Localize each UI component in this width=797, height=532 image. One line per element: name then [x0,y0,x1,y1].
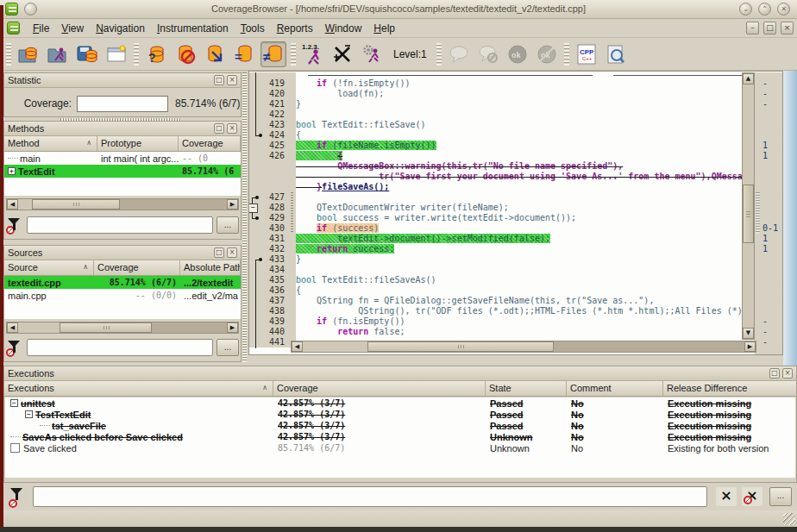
toolbar-grip[interactable] [134,43,139,66]
scrollbar-track[interactable] [120,199,227,210]
scrollbar-thumb[interactable] [367,341,553,352]
close-icon[interactable]: × [227,123,237,134]
column-header-absolute-path[interactable]: Absolute Path [180,260,241,275]
code-line[interactable]: 421} [249,99,742,110]
menu-item-tools[interactable]: Tools [235,21,271,36]
methods-filter-input[interactable] [27,216,213,234]
execution-checkbox[interactable] [10,443,20,453]
open-database-button[interactable] [16,41,41,67]
code-line[interactable]: }fileSaveAs(); [249,182,742,192]
sources-filter-more-button[interactable]: ... [217,339,239,356]
validate-button[interactable]: ok [505,41,530,67]
mdi-child-icon[interactable] [7,22,20,34]
open-execution-button[interactable] [45,41,71,67]
mdi-close-button[interactable]: × [781,22,794,34]
scroll-right-icon[interactable]: ▶ [744,341,756,352]
float-icon[interactable]: □ [214,247,224,258]
toolbar-grip[interactable] [291,43,296,66]
toolbar-grip[interactable] [436,43,442,66]
editor-hscrollbar[interactable]: ◀ ▶ [291,341,756,353]
execution-settings-button[interactable] [359,41,385,67]
clear-filter-button[interactable]: × [716,487,737,506]
menu-item-reports[interactable]: Reports [271,21,319,36]
executions-header[interactable]: Executions □ × [4,366,796,381]
execution-row[interactable]: tst_saveFile42.857% (3/7)PassedNoExecuti… [5,420,795,431]
invalidate-button[interactable]: ok [534,41,560,67]
scroll-left-icon[interactable]: ◀ [292,341,303,352]
database-not-equal-button[interactable]: ≠ [260,41,286,67]
sources-hscrollbar[interactable]: ◀ ▶ [6,322,239,334]
expander-icon[interactable]: + [8,167,16,175]
menu-item-navigation[interactable]: Navigation [90,21,151,36]
code-line[interactable]: 436{ [249,285,742,296]
shade-button[interactable]: ⌄ [739,3,752,16]
code-line[interactable]: 422 [249,110,742,120]
column-header-method[interactable]: Method∧ [4,136,97,151]
executions-column-header[interactable]: Executions∧CoverageStateCommentRelease D… [4,381,796,397]
table-row[interactable]: +TextEdit85.714% (6 [4,165,241,178]
column-header-coverage[interactable]: Coverage [94,260,180,275]
save-database-button[interactable] [74,41,100,67]
menu-item-view[interactable]: View [55,21,90,36]
execution-row[interactable]: SaveAs clicked before Save clicked42.857… [5,431,795,442]
code-line[interactable]: 419 if (!fn.isEmpty()) [249,78,742,89]
editor-vscrollbar[interactable]: ▲ ▼ [742,72,755,340]
menu-item-instrumentation[interactable]: Instrumentation [151,21,235,36]
code-line[interactable]: 423bool TextEdit::fileSave() [249,120,742,130]
database-compare-button[interactable] [202,41,228,67]
code-line[interactable]: 425 if (fileName.isEmpty()) [249,141,742,151]
code-line[interactable] [249,72,742,78]
code-line[interactable]: 432 return success; [249,244,742,254]
execution-row[interactable]: Save clicked85.714% (6/7)UnknownNoExisti… [5,442,795,454]
mdi-restore-button[interactable]: □ [763,22,776,34]
filter-icon[interactable] [6,339,23,356]
table-row[interactable]: mainint main( int argc...-- (0 [4,152,241,165]
new-window-button[interactable] [104,41,129,67]
scroll-left-icon[interactable]: ◀ [7,322,18,333]
column-header-source[interactable]: Source∧ [4,260,94,275]
database-equal-button[interactable]: = [231,41,257,67]
scroll-up-icon[interactable]: ▲ [743,73,754,84]
delete-comment-button[interactable] [475,41,501,67]
menu-item-help[interactable]: Help [367,21,401,36]
scroll-right-icon[interactable]: ▶ [227,322,238,333]
code-line[interactable]: 420 load(fn); [249,89,742,99]
statistic-header[interactable]: Statistic □ × [4,73,241,88]
column-header-coverage[interactable]: Coverage [179,136,241,151]
sources-column-header[interactable]: Source∧CoverageAbsolute Path [4,260,241,276]
close-icon[interactable]: × [227,75,237,85]
disable-filter-button[interactable]: × [742,487,762,506]
sources-header[interactable]: Sources □ × [4,246,241,260]
column-header-release-difference[interactable]: Release Difference [663,381,796,396]
code-line[interactable]: 438 QString(), tr("ODF files (*.odt);;HT… [249,306,742,316]
column-header-comment[interactable]: Comment [567,381,663,396]
column-header-state[interactable]: State [486,381,567,396]
delete-execution-button[interactable] [329,41,355,67]
scroll-right-icon[interactable]: ▶ [227,199,238,210]
close-icon[interactable]: × [782,368,793,379]
filter-icon[interactable] [9,486,29,507]
methods-hscrollbar[interactable]: ◀ ▶ [6,198,239,210]
maximize-button[interactable]: ⌃ [758,3,771,16]
code-line[interactable]: QMessageBox::warning(this,tr("No file na… [249,161,742,172]
scrollbar-track[interactable] [554,341,745,352]
float-icon[interactable]: □ [214,75,224,85]
code-line[interactable]: 434 [249,265,742,275]
float-icon[interactable]: □ [214,123,224,134]
execution-count-button[interactable]: 1.2.3. [300,41,326,67]
filter-icon[interactable] [6,216,23,234]
code-line[interactable]: 429 bool success = writer.write(textEdit… [249,213,742,223]
scrollbar-track[interactable] [152,322,227,333]
methods-filter-more-button[interactable]: ... [217,216,239,234]
title-bar[interactable]: CoverageBrowser - [/home/sfri/DEV/squish… [0,0,797,19]
code-line[interactable]: 431 textEdit->document()->setModified(fa… [249,234,742,244]
collapse-icon[interactable]: − [10,399,18,407]
methods-header[interactable]: Methods □ × [4,122,241,136]
table-row[interactable]: textedit.cpp85.714% (6/7)...2/textedit [4,276,241,289]
code-line[interactable]: 435bool TextEdit::fileSaveAs() [249,275,742,285]
column-header-prototype[interactable]: Prototype [97,136,179,151]
close-icon[interactable]: × [227,247,237,258]
execution-row[interactable]: −TestTextEdit42.857% (3/7)PassedNoExecut… [5,409,795,420]
menu-item-file[interactable]: File [27,21,55,36]
code-line[interactable]: 424{ [249,130,742,141]
